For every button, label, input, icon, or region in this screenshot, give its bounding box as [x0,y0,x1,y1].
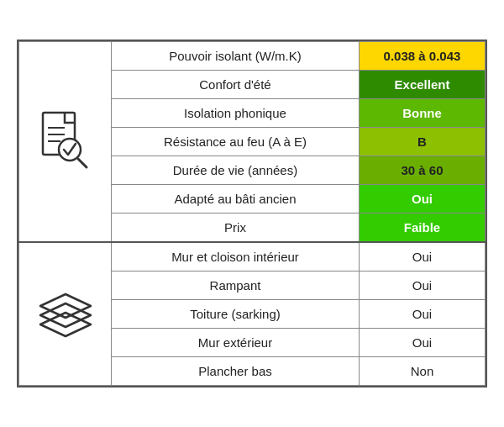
application-value: Oui [360,329,486,357]
layers-icon [37,287,94,338]
property-label: Prix [112,214,360,243]
svg-point-4 [59,139,81,161]
application-value: Non [360,357,486,386]
application-value: Oui [360,300,486,329]
property-label: Pouvoir isolant (W/m.K) [112,42,360,71]
application-label: Rampant [112,271,360,300]
property-label: Résistance au feu (A à E) [112,128,360,156]
svg-marker-7 [40,303,91,327]
property-label: Adapté au bâti ancien [112,185,360,214]
application-label: Mur extérieur [112,329,360,357]
property-value: Excellent [360,71,486,99]
svg-marker-6 [40,313,91,336]
document-magnifier-icon [39,111,92,170]
property-value: 30 à 60 [360,156,486,185]
property-label: Isolation phonique [112,99,360,128]
property-value: B [360,128,486,156]
svg-marker-8 [40,294,91,318]
property-value: Oui [360,185,486,214]
property-label: Confort d'été [112,71,360,99]
application-value: Oui [360,271,486,300]
svg-line-5 [78,159,87,167]
property-value: Faible [360,214,486,243]
layers-icon-cell [19,242,112,386]
application-label: Mur et cloison intérieur [112,242,360,271]
property-value: 0.038 à 0.043 [360,42,486,71]
property-label: Durée de vie (années) [112,156,360,185]
property-value: Bonne [360,99,486,128]
application-value: Oui [360,242,486,271]
doc-icon-cell [19,42,112,243]
application-label: Plancher bas [112,357,360,386]
application-label: Toiture (sarking) [112,300,360,329]
